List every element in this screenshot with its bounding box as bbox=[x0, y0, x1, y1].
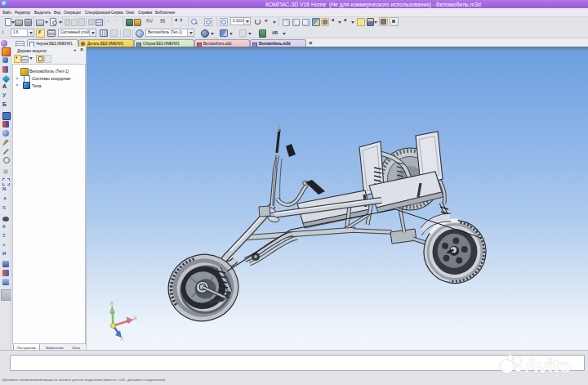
svg-text:Avito: Avito bbox=[524, 355, 571, 377]
